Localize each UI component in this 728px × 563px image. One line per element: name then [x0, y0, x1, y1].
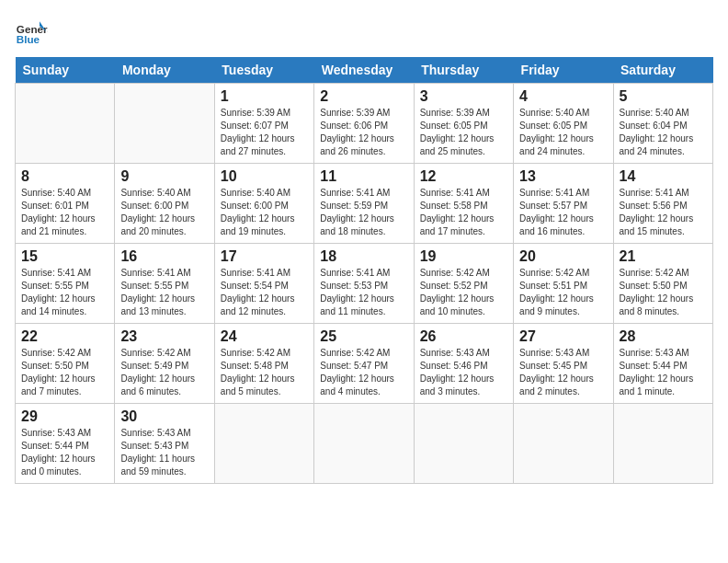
cell-info: Sunrise: 5:42 AM Sunset: 5:50 PM Dayligh… — [21, 347, 108, 398]
day-number: 20 — [519, 248, 607, 265]
day-number: 14 — [620, 168, 707, 185]
calendar-cell: 9Sunrise: 5:40 AM Sunset: 6:00 PM Daylig… — [115, 164, 214, 244]
calendar-cell: 19Sunrise: 5:42 AM Sunset: 5:52 PM Dayli… — [414, 244, 513, 324]
cell-info: Sunrise: 5:41 AM Sunset: 5:56 PM Dayligh… — [620, 187, 707, 238]
calendar-cell: 22Sunrise: 5:42 AM Sunset: 5:50 PM Dayli… — [16, 324, 115, 404]
day-number: 24 — [221, 328, 308, 345]
day-number: 23 — [120, 328, 208, 345]
cell-info: Sunrise: 5:39 AM Sunset: 6:05 PM Dayligh… — [420, 107, 507, 158]
calendar-cell: 16Sunrise: 5:41 AM Sunset: 5:55 PM Dayli… — [115, 244, 214, 324]
day-number: 9 — [120, 168, 208, 185]
day-number: 11 — [320, 168, 407, 185]
cell-info: Sunrise: 5:42 AM Sunset: 5:47 PM Dayligh… — [320, 347, 407, 398]
day-number: 16 — [120, 248, 208, 265]
calendar-cell — [613, 404, 712, 484]
cell-info: Sunrise: 5:43 AM Sunset: 5:44 PM Dayligh… — [21, 427, 108, 478]
weekday-header-thursday: Thursday — [414, 57, 513, 84]
cell-info: Sunrise: 5:42 AM Sunset: 5:48 PM Dayligh… — [221, 347, 308, 398]
calendar-cell — [115, 84, 214, 164]
calendar-cell: 23Sunrise: 5:42 AM Sunset: 5:49 PM Dayli… — [115, 324, 214, 404]
calendar-cell: 10Sunrise: 5:40 AM Sunset: 6:00 PM Dayli… — [214, 164, 313, 244]
calendar-cell: 30Sunrise: 5:43 AM Sunset: 5:43 PM Dayli… — [115, 404, 214, 484]
calendar-cell: 14Sunrise: 5:41 AM Sunset: 5:56 PM Dayli… — [613, 164, 712, 244]
calendar-week-5: 29Sunrise: 5:43 AM Sunset: 5:44 PM Dayli… — [16, 404, 713, 484]
calendar-cell — [414, 404, 513, 484]
calendar-cell: 27Sunrise: 5:43 AM Sunset: 5:45 PM Dayli… — [514, 324, 613, 404]
day-number: 21 — [620, 248, 707, 265]
page-header: General Blue — [15, 15, 713, 48]
logo: General Blue — [15, 15, 48, 48]
cell-info: Sunrise: 5:40 AM Sunset: 6:05 PM Dayligh… — [519, 107, 607, 158]
day-number: 15 — [21, 248, 108, 265]
calendar-cell: 20Sunrise: 5:42 AM Sunset: 5:51 PM Dayli… — [514, 244, 613, 324]
day-number: 10 — [221, 168, 308, 185]
cell-info: Sunrise: 5:43 AM Sunset: 5:44 PM Dayligh… — [620, 347, 707, 398]
calendar-cell: 28Sunrise: 5:43 AM Sunset: 5:44 PM Dayli… — [613, 324, 712, 404]
calendar-cell: 15Sunrise: 5:41 AM Sunset: 5:55 PM Dayli… — [16, 244, 115, 324]
day-number: 12 — [420, 168, 507, 185]
cell-info: Sunrise: 5:40 AM Sunset: 6:04 PM Dayligh… — [620, 107, 707, 158]
calendar-cell — [16, 84, 115, 164]
day-number: 17 — [221, 248, 308, 265]
calendar-cell: 13Sunrise: 5:41 AM Sunset: 5:57 PM Dayli… — [514, 164, 613, 244]
svg-text:Blue: Blue — [17, 33, 40, 45]
cell-info: Sunrise: 5:41 AM Sunset: 5:59 PM Dayligh… — [320, 187, 407, 238]
cell-info: Sunrise: 5:39 AM Sunset: 6:06 PM Dayligh… — [320, 107, 407, 158]
weekday-header-saturday: Saturday — [613, 57, 712, 84]
cell-info: Sunrise: 5:42 AM Sunset: 5:52 PM Dayligh… — [420, 267, 507, 318]
cell-info: Sunrise: 5:41 AM Sunset: 5:58 PM Dayligh… — [420, 187, 507, 238]
calendar-cell: 5Sunrise: 5:40 AM Sunset: 6:04 PM Daylig… — [613, 84, 712, 164]
day-number: 4 — [519, 88, 607, 105]
cell-info: Sunrise: 5:42 AM Sunset: 5:50 PM Dayligh… — [620, 267, 707, 318]
day-number: 30 — [120, 408, 208, 425]
day-number: 18 — [320, 248, 407, 265]
cell-info: Sunrise: 5:40 AM Sunset: 6:00 PM Dayligh… — [221, 187, 308, 238]
calendar-table: SundayMondayTuesdayWednesdayThursdayFrid… — [15, 57, 713, 484]
cell-info: Sunrise: 5:41 AM Sunset: 5:55 PM Dayligh… — [120, 267, 208, 318]
calendar-body: 1Sunrise: 5:39 AM Sunset: 6:07 PM Daylig… — [16, 84, 713, 484]
calendar-cell: 3Sunrise: 5:39 AM Sunset: 6:05 PM Daylig… — [414, 84, 513, 164]
weekday-header-monday: Monday — [115, 57, 214, 84]
calendar-cell: 8Sunrise: 5:40 AM Sunset: 6:01 PM Daylig… — [16, 164, 115, 244]
calendar-cell: 21Sunrise: 5:42 AM Sunset: 5:50 PM Dayli… — [613, 244, 712, 324]
cell-info: Sunrise: 5:42 AM Sunset: 5:49 PM Dayligh… — [120, 347, 208, 398]
day-number: 27 — [519, 328, 607, 345]
weekday-header-sunday: Sunday — [16, 57, 115, 84]
day-number: 26 — [420, 328, 507, 345]
cell-info: Sunrise: 5:43 AM Sunset: 5:45 PM Dayligh… — [519, 347, 607, 398]
calendar-cell — [314, 404, 414, 484]
day-number: 8 — [21, 168, 108, 185]
calendar-week-2: 8Sunrise: 5:40 AM Sunset: 6:01 PM Daylig… — [16, 164, 713, 244]
cell-info: Sunrise: 5:40 AM Sunset: 6:00 PM Dayligh… — [120, 187, 208, 238]
day-number: 3 — [420, 88, 507, 105]
weekday-header-friday: Friday — [514, 57, 613, 84]
calendar-week-1: 1Sunrise: 5:39 AM Sunset: 6:07 PM Daylig… — [16, 84, 713, 164]
calendar-cell: 25Sunrise: 5:42 AM Sunset: 5:47 PM Dayli… — [314, 324, 414, 404]
day-number: 5 — [620, 88, 707, 105]
calendar-cell: 12Sunrise: 5:41 AM Sunset: 5:58 PM Dayli… — [414, 164, 513, 244]
calendar-week-4: 22Sunrise: 5:42 AM Sunset: 5:50 PM Dayli… — [16, 324, 713, 404]
day-number: 19 — [420, 248, 507, 265]
day-number: 22 — [21, 328, 108, 345]
cell-info: Sunrise: 5:43 AM Sunset: 5:43 PM Dayligh… — [120, 427, 208, 478]
weekday-header-wednesday: Wednesday — [314, 57, 414, 84]
calendar-cell — [514, 404, 613, 484]
calendar-cell: 2Sunrise: 5:39 AM Sunset: 6:06 PM Daylig… — [314, 84, 414, 164]
cell-info: Sunrise: 5:41 AM Sunset: 5:57 PM Dayligh… — [519, 187, 607, 238]
calendar-cell — [214, 404, 313, 484]
day-number: 2 — [320, 88, 407, 105]
day-number: 28 — [620, 328, 707, 345]
calendar-cell: 17Sunrise: 5:41 AM Sunset: 5:54 PM Dayli… — [214, 244, 313, 324]
calendar-cell: 1Sunrise: 5:39 AM Sunset: 6:07 PM Daylig… — [214, 84, 313, 164]
cell-info: Sunrise: 5:40 AM Sunset: 6:01 PM Dayligh… — [21, 187, 108, 238]
weekday-header-tuesday: Tuesday — [214, 57, 313, 84]
cell-info: Sunrise: 5:41 AM Sunset: 5:54 PM Dayligh… — [221, 267, 308, 318]
day-number: 25 — [320, 328, 407, 345]
calendar-cell: 11Sunrise: 5:41 AM Sunset: 5:59 PM Dayli… — [314, 164, 414, 244]
day-number: 1 — [221, 88, 308, 105]
calendar-cell: 18Sunrise: 5:41 AM Sunset: 5:53 PM Dayli… — [314, 244, 414, 324]
cell-info: Sunrise: 5:41 AM Sunset: 5:53 PM Dayligh… — [320, 267, 407, 318]
day-number: 13 — [519, 168, 607, 185]
calendar-week-3: 15Sunrise: 5:41 AM Sunset: 5:55 PM Dayli… — [16, 244, 713, 324]
weekday-header-row: SundayMondayTuesdayWednesdayThursdayFrid… — [16, 57, 713, 84]
